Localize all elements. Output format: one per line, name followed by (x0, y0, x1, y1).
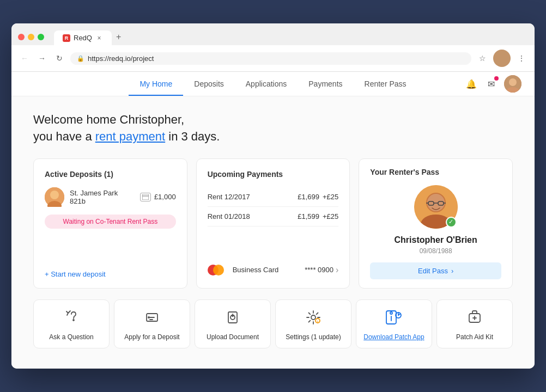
avatar[interactable] (504, 75, 521, 93)
welcome-line2-suffix: in 3 days. (165, 130, 220, 143)
payment-amounts-1: £1,699 +£25 (298, 193, 338, 201)
patch-aid-kit-icon (466, 309, 483, 329)
minimize-window-button[interactable] (28, 34, 34, 40)
edit-pass-button[interactable]: Edit Pass › (370, 262, 501, 279)
nav-item-renterpass[interactable]: Renter Pass (354, 72, 417, 96)
start-deposit-link[interactable]: + Start new deposit (45, 270, 176, 278)
svg-point-29 (390, 312, 392, 314)
deposit-card-inner: St. James Park 821b £1,000 Waiting on Co… (45, 187, 176, 278)
refresh-button[interactable]: ↻ (53, 52, 66, 65)
payment-label-1: Rent 12/2017 (208, 193, 250, 201)
tab-favicon: R (63, 34, 70, 42)
deposit-amount: £1,000 (154, 193, 176, 201)
action-settings[interactable]: 1 Settings (1 update) (275, 299, 351, 349)
deposits-card-title: Active Deposits (1) (45, 170, 176, 179)
action-ask-question[interactable]: Ask a Question (33, 299, 110, 349)
maximize-window-button[interactable] (38, 34, 44, 40)
deposit-box-icon (140, 193, 151, 201)
settings-label: Settings (1 update) (286, 333, 341, 342)
nav-item-deposits[interactable]: Deposits (183, 72, 234, 96)
settings-icon: 1 (305, 309, 322, 329)
actions-row: Ask a Question Apply for a Deposit (33, 299, 513, 349)
browser-titlebar: R RedQ × + (11, 23, 535, 45)
active-tab[interactable]: R RedQ × (54, 30, 112, 45)
download-patch-label: Download Patch App (363, 333, 424, 342)
action-download-patch[interactable]: Download Patch App (356, 299, 432, 349)
verified-badge: ✓ (446, 217, 457, 228)
payment-row-2: Rent 01/2018 £1,599 +£25 (208, 207, 339, 226)
action-apply-deposit[interactable]: Apply for a Deposit (114, 299, 190, 349)
payment-amount-1: £1,699 (298, 193, 319, 201)
card-chevron: › (336, 265, 338, 275)
tab-close-button[interactable]: × (95, 34, 103, 42)
tab-title: RedQ (74, 34, 92, 42)
download-patch-icon (384, 309, 404, 329)
svg-point-4 (50, 191, 59, 199)
nav-items: My Home Deposits Applications Payments R… (129, 72, 417, 96)
main-content: Welcome home Christopher, you have a ren… (11, 96, 535, 369)
new-tab-button[interactable]: + (112, 29, 125, 45)
nav-right-icons: 🔔 ✉ (465, 75, 521, 93)
renter-dob: 09/08/1988 (420, 247, 452, 255)
welcome-message: Welcome home Christopher, you have a ren… (33, 112, 513, 145)
patch-aid-kit-label: Patch Aid Kit (456, 333, 493, 342)
lock-icon: 🔒 (77, 55, 84, 62)
apply-deposit-icon (143, 309, 161, 329)
address-bar[interactable]: 🔒 https://redq.io/project (70, 52, 471, 65)
deposit-item: St. James Park 821b £1,000 (45, 187, 176, 207)
card-label: Business Card (233, 266, 279, 274)
mail-icon[interactable]: ✉ (484, 77, 498, 90)
browser-menu-icon[interactable]: ⋮ (515, 52, 528, 65)
payments-card-title: Upcoming Payments (208, 170, 339, 179)
payment-amounts-2: £1,599 +£25 (298, 212, 338, 220)
action-patch-aid-kit[interactable]: Patch Aid Kit (436, 299, 513, 349)
svg-point-1 (509, 78, 517, 86)
svg-rect-20 (228, 312, 237, 323)
active-deposits-card: Active Deposits (1) St. James Park 821b (33, 158, 187, 289)
payment-card-row[interactable]: Business Card **** 0900 › (208, 259, 339, 275)
welcome-line2-prefix: you have a (33, 130, 95, 143)
notification-bell-icon[interactable]: 🔔 (465, 77, 478, 90)
svg-point-19 (148, 316, 150, 318)
action-upload-document[interactable]: Upload Document (195, 299, 271, 349)
back-button[interactable]: ← (18, 52, 31, 65)
deposit-avatar (45, 187, 64, 207)
ask-question-label: Ask a Question (49, 333, 93, 342)
svg-point-17 (73, 320, 74, 321)
browser-profile-icon[interactable] (493, 50, 511, 67)
welcome-line1: Welcome home Christopher, (33, 113, 184, 126)
renter-avatar-wrap: ✓ (414, 185, 458, 229)
payment-amount-2: £1,599 (298, 212, 319, 220)
svg-rect-6 (142, 194, 149, 200)
url-display: https://redq.io/project (88, 54, 465, 63)
forward-button[interactable]: → (35, 52, 48, 65)
payment-label-2: Rent 01/2018 (208, 212, 250, 220)
nav-item-myhome[interactable]: My Home (129, 72, 183, 96)
card-number-display: **** 0900 (305, 266, 333, 274)
payment-extra-2: +£25 (323, 212, 338, 220)
bookmark-icon[interactable]: ☆ (476, 52, 489, 65)
traffic-lights (18, 34, 44, 40)
deposit-amount-group: £1,000 (140, 193, 176, 201)
svg-point-25 (311, 315, 316, 320)
payment-row-1: Rent 12/2017 £1,699 +£25 (208, 187, 339, 207)
deposit-property-name: St. James Park 821b (70, 189, 135, 205)
payment-extra-1: +£25 (323, 193, 338, 201)
svg-point-11 (427, 194, 445, 211)
edit-pass-label: Edit Pass (418, 267, 448, 275)
upload-document-icon (224, 309, 241, 329)
close-window-button[interactable] (18, 34, 25, 40)
browser-toolbar: ← → ↻ 🔒 https://redq.io/project ☆ ⋮ (11, 45, 535, 72)
browser-window: R RedQ × + ← → ↻ 🔒 https://redq.io/proje… (11, 23, 535, 369)
upcoming-payments-card: Upcoming Payments Rent 12/2017 £1,699 +£… (196, 158, 350, 289)
card-info: Business Card (208, 265, 279, 275)
renter-pass-card: Your Renter's Pass (359, 158, 513, 289)
ask-question-icon (63, 309, 80, 329)
rent-payment-link[interactable]: rent payment (95, 130, 165, 143)
edit-pass-chevron: › (451, 267, 453, 275)
upload-document-label: Upload Document (207, 333, 259, 342)
renter-name: Christopher O'Brien (395, 235, 477, 245)
nav-item-applications[interactable]: Applications (235, 72, 298, 96)
nav-item-payments[interactable]: Payments (298, 72, 353, 96)
waiting-badge: Waiting on Co-Tenant Rent Pass (45, 215, 176, 229)
